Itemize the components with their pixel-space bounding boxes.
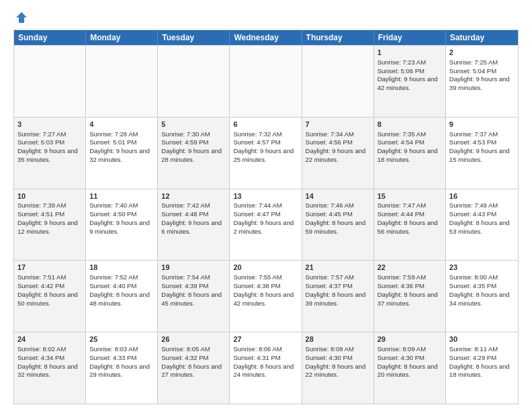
weekday-header-saturday: Saturday	[446, 30, 518, 45]
header	[13, 11, 519, 24]
day-info: Sunrise: 7:59 AM Sunset: 4:36 PM Dayligh…	[378, 273, 438, 306]
day-info: Sunrise: 8:09 AM Sunset: 4:30 PM Dayligh…	[378, 345, 438, 378]
day-cell-17: 17Sunrise: 7:51 AM Sunset: 4:42 PM Dayli…	[14, 261, 86, 332]
day-cell-11: 11Sunrise: 7:40 AM Sunset: 4:50 PM Dayli…	[86, 189, 158, 261]
logo	[13, 11, 28, 24]
day-info: Sunrise: 7:39 AM Sunset: 4:51 PM Dayligh…	[17, 201, 78, 234]
day-info: Sunrise: 8:08 AM Sunset: 4:30 PM Dayligh…	[306, 345, 366, 378]
day-number: 7	[306, 120, 370, 130]
day-info: Sunrise: 7:27 AM Sunset: 5:03 PM Dayligh…	[17, 130, 78, 163]
day-info: Sunrise: 8:06 AM Sunset: 4:31 PM Dayligh…	[233, 345, 294, 378]
day-number: 8	[378, 120, 442, 130]
day-cell-10: 10Sunrise: 7:39 AM Sunset: 4:51 PM Dayli…	[14, 189, 86, 261]
day-number: 11	[89, 191, 154, 201]
day-cell-26: 26Sunrise: 8:05 AM Sunset: 4:32 PM Dayli…	[158, 332, 230, 404]
day-number: 9	[449, 120, 515, 130]
day-cell-28: 28Sunrise: 8:08 AM Sunset: 4:30 PM Dayli…	[302, 332, 374, 404]
page: SundayMondayTuesdayWednesdayThursdayFrid…	[0, 0, 532, 411]
day-cell-24: 24Sunrise: 8:02 AM Sunset: 4:34 PM Dayli…	[14, 332, 86, 404]
day-number: 28	[306, 334, 370, 345]
day-cell-20: 20Sunrise: 7:55 AM Sunset: 4:38 PM Dayli…	[230, 261, 302, 332]
day-cell-8: 8Sunrise: 7:35 AM Sunset: 4:54 PM Daylig…	[374, 118, 446, 189]
calendar-row-2: 10Sunrise: 7:39 AM Sunset: 4:51 PM Dayli…	[14, 189, 518, 261]
day-cell-22: 22Sunrise: 7:59 AM Sunset: 4:36 PM Dayli…	[374, 261, 446, 332]
day-info: Sunrise: 8:02 AM Sunset: 4:34 PM Dayligh…	[17, 345, 78, 378]
day-number: 16	[449, 191, 515, 201]
weekday-header-monday: Monday	[86, 30, 158, 45]
day-number: 15	[378, 191, 442, 201]
day-info: Sunrise: 7:28 AM Sunset: 5:01 PM Dayligh…	[89, 130, 150, 163]
day-info: Sunrise: 7:55 AM Sunset: 4:38 PM Dayligh…	[233, 273, 294, 306]
day-number: 12	[161, 191, 226, 201]
day-info: Sunrise: 7:35 AM Sunset: 4:54 PM Dayligh…	[378, 130, 438, 163]
weekday-header-sunday: Sunday	[14, 30, 86, 45]
day-cell-30: 30Sunrise: 8:11 AM Sunset: 4:29 PM Dayli…	[446, 332, 518, 404]
day-cell-23: 23Sunrise: 8:00 AM Sunset: 4:35 PM Dayli…	[446, 261, 518, 332]
day-cell-1: 1Sunrise: 7:23 AM Sunset: 5:06 PM Daylig…	[374, 46, 446, 117]
day-info: Sunrise: 7:49 AM Sunset: 4:43 PM Dayligh…	[449, 201, 510, 234]
day-cell-29: 29Sunrise: 8:09 AM Sunset: 4:30 PM Dayli…	[374, 332, 446, 404]
day-number: 2	[449, 48, 515, 58]
weekday-header-tuesday: Tuesday	[158, 30, 230, 45]
day-number: 29	[378, 334, 442, 345]
day-info: Sunrise: 7:47 AM Sunset: 4:44 PM Dayligh…	[378, 201, 438, 234]
weekday-header-thursday: Thursday	[302, 30, 374, 45]
calendar-row-0: 1Sunrise: 7:23 AM Sunset: 5:06 PM Daylig…	[14, 45, 518, 117]
day-info: Sunrise: 7:30 AM Sunset: 4:59 PM Dayligh…	[161, 130, 222, 163]
day-number: 5	[161, 120, 226, 130]
day-cell-25: 25Sunrise: 8:03 AM Sunset: 4:33 PM Dayli…	[86, 332, 158, 404]
day-info: Sunrise: 7:52 AM Sunset: 4:40 PM Dayligh…	[89, 273, 150, 306]
day-number: 20	[233, 263, 298, 273]
weekday-header-wednesday: Wednesday	[230, 30, 302, 45]
day-cell-7: 7Sunrise: 7:34 AM Sunset: 4:56 PM Daylig…	[302, 118, 374, 189]
calendar-row-4: 24Sunrise: 8:02 AM Sunset: 4:34 PM Dayli…	[14, 332, 518, 404]
day-info: Sunrise: 7:23 AM Sunset: 5:06 PM Dayligh…	[378, 58, 438, 91]
day-number: 17	[17, 263, 82, 273]
day-number: 10	[17, 191, 82, 201]
day-number: 1	[378, 48, 442, 58]
empty-cell-0-3	[230, 46, 302, 117]
day-number: 24	[17, 334, 82, 345]
day-info: Sunrise: 8:11 AM Sunset: 4:29 PM Dayligh…	[449, 345, 510, 378]
empty-cell-0-4	[302, 46, 374, 117]
day-info: Sunrise: 8:03 AM Sunset: 4:33 PM Dayligh…	[89, 345, 150, 378]
day-info: Sunrise: 8:00 AM Sunset: 4:35 PM Dayligh…	[449, 273, 510, 306]
day-number: 6	[233, 120, 298, 130]
day-info: Sunrise: 7:44 AM Sunset: 4:47 PM Dayligh…	[233, 201, 294, 234]
day-number: 26	[161, 334, 226, 345]
empty-cell-0-1	[86, 46, 158, 117]
day-info: Sunrise: 7:46 AM Sunset: 4:45 PM Dayligh…	[306, 201, 366, 234]
day-info: Sunrise: 7:40 AM Sunset: 4:50 PM Dayligh…	[89, 201, 150, 234]
day-number: 27	[233, 334, 298, 345]
day-cell-12: 12Sunrise: 7:42 AM Sunset: 4:48 PM Dayli…	[158, 189, 230, 261]
day-cell-6: 6Sunrise: 7:32 AM Sunset: 4:57 PM Daylig…	[230, 118, 302, 189]
day-cell-9: 9Sunrise: 7:37 AM Sunset: 4:53 PM Daylig…	[446, 118, 518, 189]
calendar: SundayMondayTuesdayWednesdayThursdayFrid…	[13, 30, 519, 404]
day-cell-19: 19Sunrise: 7:54 AM Sunset: 4:39 PM Dayli…	[158, 261, 230, 332]
empty-cell-0-2	[158, 46, 230, 117]
day-cell-16: 16Sunrise: 7:49 AM Sunset: 4:43 PM Dayli…	[446, 189, 518, 261]
day-cell-15: 15Sunrise: 7:47 AM Sunset: 4:44 PM Dayli…	[374, 189, 446, 261]
day-cell-5: 5Sunrise: 7:30 AM Sunset: 4:59 PM Daylig…	[158, 118, 230, 189]
day-cell-13: 13Sunrise: 7:44 AM Sunset: 4:47 PM Dayli…	[230, 189, 302, 261]
day-number: 23	[449, 263, 515, 273]
day-info: Sunrise: 7:32 AM Sunset: 4:57 PM Dayligh…	[233, 130, 294, 163]
calendar-body: 1Sunrise: 7:23 AM Sunset: 5:06 PM Daylig…	[14, 45, 518, 404]
day-info: Sunrise: 7:25 AM Sunset: 5:04 PM Dayligh…	[449, 58, 510, 91]
calendar-row-3: 17Sunrise: 7:51 AM Sunset: 4:42 PM Dayli…	[14, 260, 518, 332]
day-info: Sunrise: 7:51 AM Sunset: 4:42 PM Dayligh…	[17, 273, 78, 306]
logo-icon	[15, 11, 28, 24]
day-info: Sunrise: 7:57 AM Sunset: 4:37 PM Dayligh…	[306, 273, 366, 306]
day-number: 30	[449, 334, 515, 345]
day-info: Sunrise: 7:34 AM Sunset: 4:56 PM Dayligh…	[306, 130, 366, 163]
calendar-header: SundayMondayTuesdayWednesdayThursdayFrid…	[14, 30, 518, 45]
day-info: Sunrise: 7:54 AM Sunset: 4:39 PM Dayligh…	[161, 273, 222, 306]
weekday-header-friday: Friday	[374, 30, 446, 45]
day-info: Sunrise: 7:37 AM Sunset: 4:53 PM Dayligh…	[449, 130, 510, 163]
day-info: Sunrise: 7:42 AM Sunset: 4:48 PM Dayligh…	[161, 201, 222, 234]
day-number: 22	[378, 263, 442, 273]
day-number: 25	[89, 334, 154, 345]
day-number: 19	[161, 263, 226, 273]
calendar-row-1: 3Sunrise: 7:27 AM Sunset: 5:03 PM Daylig…	[14, 117, 518, 189]
day-cell-18: 18Sunrise: 7:52 AM Sunset: 4:40 PM Dayli…	[86, 261, 158, 332]
